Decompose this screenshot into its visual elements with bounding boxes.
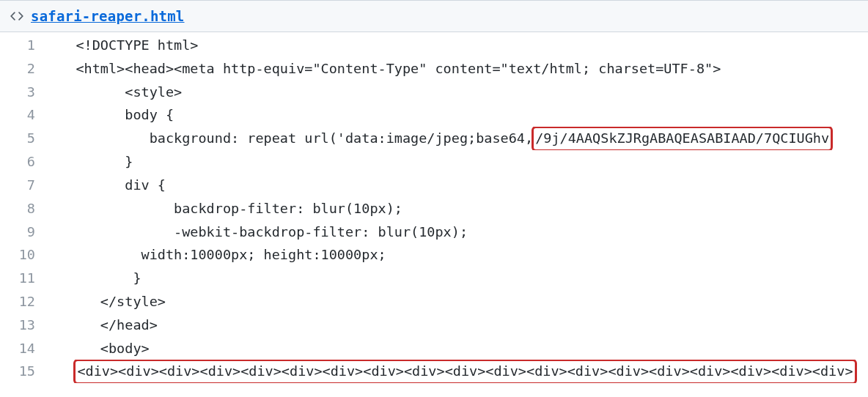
code-line: 6 } (0, 150, 868, 174)
line-number: 12 (0, 290, 51, 313)
code-line: 5 background: repeat url('data:image/jpe… (0, 127, 868, 150)
code-content: <html><head><meta http-equiv="Content-Ty… (51, 57, 868, 81)
code-content: <body> (51, 337, 868, 360)
code-line: 3 <style> (0, 81, 868, 104)
line-number: 11 (0, 267, 51, 290)
code-line: 14 <body> (0, 337, 868, 360)
line-number: 15 (0, 360, 51, 383)
line-number: 7 (0, 174, 51, 197)
line-number: 4 (0, 103, 51, 127)
code-line: 12 </style> (0, 290, 868, 313)
file-header: safari-reaper.html (0, 0, 868, 32)
code-content: <div><div><div><div><div><div><div><div>… (51, 360, 868, 383)
line-number: 9 (0, 220, 51, 244)
code-line: 1 <!DOCTYPE html> (0, 34, 868, 57)
line-number: 3 (0, 81, 51, 104)
line-number: 8 (0, 197, 51, 220)
code-line: 15 <div><div><div><div><div><div><div><d… (0, 360, 868, 383)
code-line: 4 body { (0, 103, 868, 127)
filename-link[interactable]: safari-reaper.html (31, 8, 185, 24)
code-line: 10 width:10000px; height:10000px; (0, 243, 868, 267)
highlight-annotation: /9j/4AAQSkZJRgABAQEASABIAAD/7QCIUGhv (532, 127, 833, 150)
code-content: width:10000px; height:10000px; (51, 243, 868, 267)
code-viewer: 1 <!DOCTYPE html>2 <html><head><meta htt… (0, 32, 868, 383)
code-line: 13 </head> (0, 313, 868, 337)
line-number: 5 (0, 127, 51, 150)
code-content: backdrop-filter: blur(10px); (51, 197, 868, 220)
code-content: background: repeat url('data:image/jpeg;… (51, 127, 868, 150)
code-line: 8 backdrop-filter: blur(10px); (0, 197, 868, 220)
code-file-icon (10, 10, 23, 23)
code-content: <!DOCTYPE html> (51, 34, 868, 57)
code-content: body { (51, 103, 868, 127)
code-content: div { (51, 174, 868, 197)
code-content: } (51, 150, 868, 174)
code-content: } (51, 267, 868, 290)
line-number: 14 (0, 337, 51, 360)
line-number: 1 (0, 34, 51, 57)
code-content: </style> (51, 290, 868, 313)
line-number: 2 (0, 57, 51, 81)
code-content: </head> (51, 313, 868, 337)
code-content: -webkit-backdrop-filter: blur(10px); (51, 220, 868, 244)
code-line: 9 -webkit-backdrop-filter: blur(10px); (0, 220, 868, 244)
highlight-annotation: <div><div><div><div><div><div><div><div>… (73, 360, 856, 383)
line-number: 6 (0, 150, 51, 174)
code-line: 2 <html><head><meta http-equiv="Content-… (0, 57, 868, 81)
code-line: 11 } (0, 267, 868, 290)
line-number: 13 (0, 313, 51, 337)
code-line: 7 div { (0, 174, 868, 197)
code-content: <style> (51, 81, 868, 104)
line-number: 10 (0, 243, 51, 267)
